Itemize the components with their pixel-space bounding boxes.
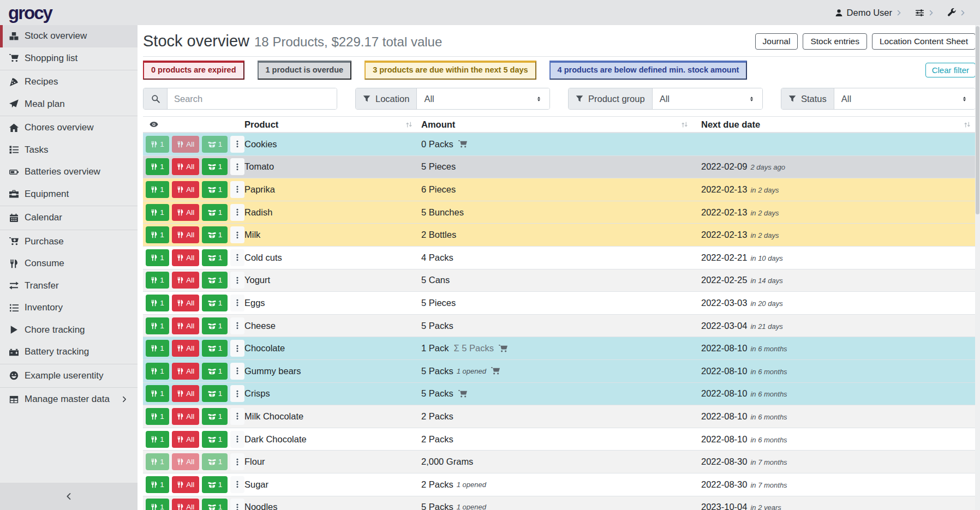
shopping-cart-icon[interactable] <box>458 389 467 398</box>
open-one-button[interactable]: 1 <box>202 226 228 243</box>
row-menu-button[interactable] <box>230 499 244 510</box>
consume-one-button[interactable]: 1 <box>146 363 169 380</box>
open-one-button[interactable]: 1 <box>202 317 228 334</box>
consume-all-button[interactable]: All <box>172 249 199 266</box>
consume-one-button[interactable]: 1 <box>146 249 169 266</box>
consume-all-button[interactable]: All <box>172 340 199 357</box>
row-menu-button[interactable] <box>230 136 244 153</box>
row-menu-button[interactable] <box>230 295 244 311</box>
sidebar-item-meal-plan[interactable]: Meal plan <box>0 93 138 116</box>
consume-all-button[interactable]: All <box>172 181 199 198</box>
open-one-button[interactable]: 1 <box>202 431 228 448</box>
consume-one-button[interactable]: 1 <box>146 295 169 311</box>
open-one-button[interactable]: 1 <box>202 204 228 221</box>
consume-all-button[interactable]: All <box>172 499 199 510</box>
product-column-header[interactable]: Product <box>244 117 417 132</box>
sidebar-item-calendar[interactable]: Calendar <box>0 207 138 229</box>
consume-one-button[interactable]: 1 <box>146 158 169 175</box>
sidebar-collapse-button[interactable] <box>0 483 138 510</box>
open-one-button[interactable]: 1 <box>202 340 228 357</box>
row-menu-button[interactable] <box>230 340 244 357</box>
consume-one-button[interactable]: 1 <box>146 385 169 402</box>
shopping-cart-icon[interactable] <box>491 367 500 375</box>
consume-all-button[interactable]: All <box>172 408 199 425</box>
consume-all-button[interactable]: All <box>172 453 199 470</box>
open-one-button[interactable]: 1 <box>202 136 228 153</box>
open-one-button[interactable]: 1 <box>202 158 228 175</box>
consume-one-button[interactable]: 1 <box>146 476 169 493</box>
open-one-button[interactable]: 1 <box>202 385 228 402</box>
consume-all-button[interactable]: All <box>172 385 199 402</box>
open-one-button[interactable]: 1 <box>202 476 228 493</box>
admin-menu[interactable] <box>947 8 966 17</box>
row-menu-button[interactable] <box>230 431 244 448</box>
scrollbar-thumb[interactable] <box>976 26 979 214</box>
consume-one-button[interactable]: 1 <box>146 272 169 289</box>
row-menu-button[interactable] <box>230 408 244 425</box>
status-chip-overdue[interactable]: 1 product is overdue <box>258 61 352 80</box>
amount-column-header[interactable]: Amount <box>417 117 693 132</box>
consume-all-button[interactable]: All <box>172 136 199 153</box>
sidebar-item-recipes[interactable]: Recipes <box>0 71 138 93</box>
shopping-cart-icon[interactable] <box>458 140 467 148</box>
open-one-button[interactable]: 1 <box>202 295 228 311</box>
stock-entries-button[interactable]: Stock entries <box>803 33 867 50</box>
sidebar-item-tasks[interactable]: Tasks <box>0 139 138 161</box>
consume-one-button[interactable]: 1 <box>146 453 169 470</box>
consume-all-button[interactable]: All <box>172 226 199 243</box>
row-menu-button[interactable] <box>230 476 244 493</box>
row-menu-button[interactable] <box>230 158 244 175</box>
status-chip-due-soon[interactable]: 3 products are due within the next 5 day… <box>364 61 536 80</box>
sidebar-item-manage-master-data[interactable]: Manage master data <box>0 388 138 411</box>
consume-one-button[interactable]: 1 <box>146 317 169 334</box>
consume-one-button[interactable]: 1 <box>146 204 169 221</box>
consume-all-button[interactable]: All <box>172 317 199 334</box>
sidebar-item-purchase[interactable]: Purchase <box>0 231 138 253</box>
open-one-button[interactable]: 1 <box>202 408 228 425</box>
consume-all-button[interactable]: All <box>172 476 199 493</box>
sidebar-item-battery-tracking[interactable]: Battery tracking <box>0 341 138 363</box>
user-menu[interactable]: Demo User <box>835 8 902 18</box>
sidebar-item-inventory[interactable]: Inventory <box>0 297 138 319</box>
open-one-button[interactable]: 1 <box>202 181 228 198</box>
row-menu-button[interactable] <box>230 226 244 243</box>
consume-all-button[interactable]: All <box>172 272 199 289</box>
sidebar-item-consume[interactable]: Consume <box>0 253 138 275</box>
open-one-button[interactable]: 1 <box>202 249 228 266</box>
consume-one-button[interactable]: 1 <box>146 408 169 425</box>
consume-one-button[interactable]: 1 <box>146 226 169 243</box>
filter-select-product-group[interactable]: All <box>653 88 762 109</box>
row-menu-button[interactable] <box>230 363 244 380</box>
open-one-button[interactable]: 1 <box>202 499 228 510</box>
sidebar-item-batteries-overview[interactable]: Batteries overview <box>0 161 138 183</box>
sidebar-item-chore-tracking[interactable]: Chore tracking <box>0 319 138 341</box>
open-one-button[interactable]: 1 <box>202 272 228 289</box>
row-menu-button[interactable] <box>230 272 244 289</box>
status-chip-below-min[interactable]: 4 products are below defined min. stock … <box>549 61 748 80</box>
journal-button[interactable]: Journal <box>755 33 798 50</box>
consume-one-button[interactable]: 1 <box>146 136 169 153</box>
search-input[interactable] <box>168 88 337 109</box>
filter-select-status[interactable]: All <box>834 88 975 109</box>
row-menu-button[interactable] <box>230 317 244 334</box>
consume-one-button[interactable]: 1 <box>146 340 169 357</box>
open-one-button[interactable]: 1 <box>202 453 228 470</box>
sidebar-item-equipment[interactable]: Equipment <box>0 183 138 206</box>
sidebar-item-chores-overview[interactable]: Chores overview <box>0 117 138 139</box>
consume-all-button[interactable]: All <box>172 204 199 221</box>
sidebar-item-example-userentity[interactable]: Example userentity <box>0 365 138 387</box>
consume-one-button[interactable]: 1 <box>146 181 169 198</box>
visibility-column-header[interactable] <box>143 117 244 132</box>
vertical-scrollbar[interactable] <box>975 25 980 510</box>
row-menu-button[interactable] <box>230 204 244 221</box>
location-content-sheet-button[interactable]: Location Content Sheet <box>872 33 976 50</box>
sidebar-item-transfer[interactable]: Transfer <box>0 275 138 297</box>
sidebar-item-shopping-list[interactable]: Shopping list <box>0 47 138 70</box>
next-due-date-column-header[interactable]: Next due date <box>693 117 976 132</box>
status-chip-expired[interactable]: 0 products are expired <box>143 61 244 80</box>
consume-all-button[interactable]: All <box>172 431 199 448</box>
consume-all-button[interactable]: All <box>172 363 199 380</box>
filter-select-location[interactable]: All <box>417 88 549 109</box>
consume-all-button[interactable]: All <box>172 295 199 311</box>
sidebar-item-stock-overview[interactable]: Stock overview <box>0 25 138 47</box>
